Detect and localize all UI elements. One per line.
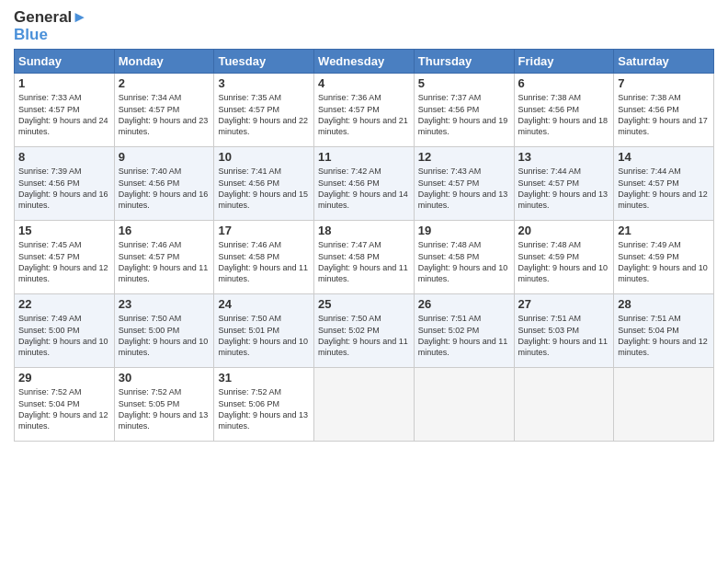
day-number: 1: [18, 76, 110, 90]
header-cell-tuesday: Tuesday: [214, 50, 314, 74]
day-info: Sunrise: 7:50 AMSunset: 5:00 PMDaylight:…: [119, 314, 209, 356]
header-cell-sunday: Sunday: [15, 50, 115, 74]
day-cell: 20 Sunrise: 7:48 AMSunset: 4:59 PMDaylig…: [514, 221, 614, 294]
day-number: 8: [18, 150, 110, 164]
day-info: Sunrise: 7:35 AMSunset: 4:57 PMDaylight:…: [218, 93, 308, 135]
day-info: Sunrise: 7:52 AMSunset: 5:06 PMDaylight:…: [218, 387, 308, 430]
week-row-4: 22 Sunrise: 7:49 AMSunset: 5:00 PMDaylig…: [15, 294, 714, 368]
day-info: Sunrise: 7:44 AMSunset: 4:57 PMDaylight:…: [518, 167, 609, 209]
day-cell: 1 Sunrise: 7:33 AMSunset: 4:57 PMDayligh…: [15, 74, 115, 147]
day-number: 12: [418, 150, 510, 164]
day-info: Sunrise: 7:34 AMSunset: 4:57 PMDaylight:…: [119, 93, 209, 135]
day-cell: [614, 368, 714, 442]
day-number: 24: [218, 297, 310, 311]
day-number: 15: [18, 224, 110, 237]
header-cell-friday: Friday: [514, 50, 614, 74]
day-number: 7: [618, 76, 710, 90]
day-cell: 27 Sunrise: 7:51 AMSunset: 5:03 PMDaylig…: [514, 294, 614, 368]
week-row-5: 29 Sunrise: 7:52 AMSunset: 5:04 PMDaylig…: [15, 368, 714, 442]
header-cell-thursday: Thursday: [414, 50, 514, 74]
logo-line2: Blue: [14, 27, 87, 44]
day-number: 23: [119, 297, 210, 311]
header-cell-wednesday: Wednesday: [314, 50, 415, 74]
header-cell-saturday: Saturday: [614, 50, 714, 74]
day-cell: 25 Sunrise: 7:50 AMSunset: 5:02 PMDaylig…: [314, 294, 415, 368]
day-cell: 21 Sunrise: 7:49 AMSunset: 4:59 PMDaylig…: [614, 221, 714, 294]
day-info: Sunrise: 7:50 AMSunset: 5:02 PMDaylight:…: [318, 314, 408, 356]
day-cell: 22 Sunrise: 7:49 AMSunset: 5:00 PMDaylig…: [15, 294, 115, 368]
day-cell: 9 Sunrise: 7:40 AMSunset: 4:56 PMDayligh…: [114, 147, 214, 221]
day-cell: 16 Sunrise: 7:46 AMSunset: 4:57 PMDaylig…: [114, 221, 214, 294]
day-info: Sunrise: 7:52 AMSunset: 5:04 PMDaylight:…: [18, 387, 108, 430]
day-cell: [514, 368, 614, 442]
day-info: Sunrise: 7:33 AMSunset: 4:57 PMDaylight:…: [18, 93, 108, 135]
day-number: 27: [518, 297, 610, 311]
day-number: 31: [218, 371, 310, 385]
day-cell: 31 Sunrise: 7:52 AMSunset: 5:06 PMDaylig…: [214, 368, 314, 442]
day-cell: 10 Sunrise: 7:41 AMSunset: 4:56 PMDaylig…: [214, 147, 314, 221]
day-info: Sunrise: 7:46 AMSunset: 4:57 PMDaylight:…: [119, 240, 209, 282]
day-cell: 17 Sunrise: 7:46 AMSunset: 4:58 PMDaylig…: [214, 221, 314, 294]
main-container: General► Blue SundayMondayTuesdayWednesd…: [0, 0, 728, 449]
day-number: 26: [418, 297, 510, 311]
day-number: 10: [218, 150, 310, 164]
day-cell: 14 Sunrise: 7:44 AMSunset: 4:57 PMDaylig…: [614, 147, 714, 221]
day-number: 29: [18, 371, 110, 385]
day-cell: [414, 368, 514, 442]
day-info: Sunrise: 7:36 AMSunset: 4:57 PMDaylight:…: [318, 93, 408, 135]
day-number: 18: [318, 224, 410, 237]
day-cell: 6 Sunrise: 7:38 AMSunset: 4:56 PMDayligh…: [514, 74, 614, 147]
day-info: Sunrise: 7:44 AMSunset: 4:57 PMDaylight:…: [618, 167, 708, 209]
day-info: Sunrise: 7:43 AMSunset: 4:57 PMDaylight:…: [418, 167, 508, 209]
day-info: Sunrise: 7:49 AMSunset: 5:00 PMDaylight:…: [18, 314, 108, 356]
day-cell: 19 Sunrise: 7:48 AMSunset: 4:58 PMDaylig…: [414, 221, 514, 294]
day-cell: 15 Sunrise: 7:45 AMSunset: 4:57 PMDaylig…: [15, 221, 115, 294]
week-row-1: 1 Sunrise: 7:33 AMSunset: 4:57 PMDayligh…: [15, 74, 714, 147]
day-info: Sunrise: 7:41 AMSunset: 4:56 PMDaylight:…: [218, 167, 308, 209]
day-info: Sunrise: 7:51 AMSunset: 5:03 PMDaylight:…: [518, 314, 609, 356]
day-cell: 30 Sunrise: 7:52 AMSunset: 5:05 PMDaylig…: [114, 368, 214, 442]
calendar-body: 1 Sunrise: 7:33 AMSunset: 4:57 PMDayligh…: [15, 74, 714, 442]
day-number: 4: [318, 76, 410, 90]
day-info: Sunrise: 7:52 AMSunset: 5:05 PMDaylight:…: [119, 387, 209, 430]
logo: General► Blue: [14, 9, 87, 43]
day-info: Sunrise: 7:51 AMSunset: 5:02 PMDaylight:…: [418, 314, 508, 356]
day-number: 17: [218, 224, 310, 237]
day-cell: 12 Sunrise: 7:43 AMSunset: 4:57 PMDaylig…: [414, 147, 514, 221]
day-info: Sunrise: 7:48 AMSunset: 4:59 PMDaylight:…: [518, 240, 609, 282]
day-info: Sunrise: 7:38 AMSunset: 4:56 PMDaylight:…: [518, 93, 609, 135]
day-number: 13: [518, 150, 610, 164]
day-number: 9: [119, 150, 210, 164]
day-info: Sunrise: 7:37 AMSunset: 4:56 PMDaylight:…: [418, 93, 508, 135]
day-number: 22: [18, 297, 110, 311]
calendar-table: SundayMondayTuesdayWednesdayThursdayFrid…: [14, 49, 714, 442]
calendar-header-row: SundayMondayTuesdayWednesdayThursdayFrid…: [15, 50, 714, 74]
day-info: Sunrise: 7:40 AMSunset: 4:56 PMDaylight:…: [119, 167, 209, 209]
day-cell: 23 Sunrise: 7:50 AMSunset: 5:00 PMDaylig…: [114, 294, 214, 368]
day-info: Sunrise: 7:51 AMSunset: 5:04 PMDaylight:…: [618, 314, 708, 356]
day-cell: 5 Sunrise: 7:37 AMSunset: 4:56 PMDayligh…: [414, 74, 514, 147]
day-cell: 24 Sunrise: 7:50 AMSunset: 5:01 PMDaylig…: [214, 294, 314, 368]
day-cell: 8 Sunrise: 7:39 AMSunset: 4:56 PMDayligh…: [15, 147, 115, 221]
week-row-3: 15 Sunrise: 7:45 AMSunset: 4:57 PMDaylig…: [15, 221, 714, 294]
day-number: 5: [418, 76, 510, 90]
day-number: 14: [618, 150, 710, 164]
day-info: Sunrise: 7:48 AMSunset: 4:58 PMDaylight:…: [418, 240, 508, 282]
day-info: Sunrise: 7:38 AMSunset: 4:56 PMDaylight:…: [618, 93, 708, 135]
day-cell: 11 Sunrise: 7:42 AMSunset: 4:56 PMDaylig…: [314, 147, 415, 221]
day-number: 28: [618, 297, 710, 311]
day-info: Sunrise: 7:50 AMSunset: 5:01 PMDaylight:…: [218, 314, 308, 356]
day-number: 2: [119, 76, 210, 90]
day-cell: 29 Sunrise: 7:52 AMSunset: 5:04 PMDaylig…: [15, 368, 115, 442]
day-info: Sunrise: 7:47 AMSunset: 4:58 PMDaylight:…: [318, 240, 408, 282]
day-info: Sunrise: 7:49 AMSunset: 4:59 PMDaylight:…: [618, 240, 708, 282]
day-cell: 26 Sunrise: 7:51 AMSunset: 5:02 PMDaylig…: [414, 294, 514, 368]
day-number: 30: [119, 371, 210, 385]
day-cell: 13 Sunrise: 7:44 AMSunset: 4:57 PMDaylig…: [514, 147, 614, 221]
day-number: 16: [119, 224, 210, 237]
week-row-2: 8 Sunrise: 7:39 AMSunset: 4:56 PMDayligh…: [15, 147, 714, 221]
day-number: 25: [318, 297, 410, 311]
day-cell: 18 Sunrise: 7:47 AMSunset: 4:58 PMDaylig…: [314, 221, 415, 294]
header: General► Blue: [14, 9, 714, 43]
day-cell: [314, 368, 415, 442]
